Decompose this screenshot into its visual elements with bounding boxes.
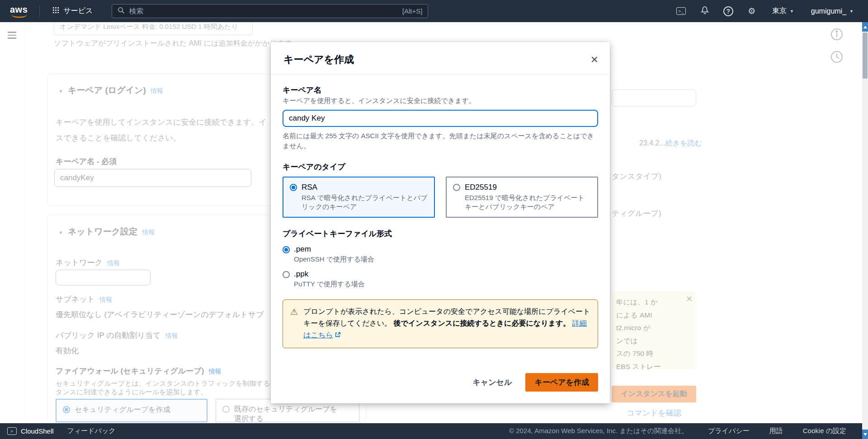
format-ppk-name: .ppk [294, 270, 308, 279]
key-type-rsa-name: RSA [302, 183, 428, 192]
keypair-name-label: キーペア名 [283, 85, 598, 95]
bell-icon [701, 6, 709, 16]
key-type-ed25519-description: ED25519 で暗号化されたプライベートキーとパブリックキーのペア [465, 193, 591, 212]
keypair-name-constraint: 名前には最大 255 文字の ASCII 文字を使用できます。先頭または末尾のス… [283, 131, 598, 151]
vertical-scrollbar[interactable] [862, 22, 868, 439]
key-type-ed25519-name: ED25519 [465, 183, 591, 192]
keypair-name-input[interactable] [283, 110, 598, 127]
cloudshell-label: CloudShell [21, 427, 54, 435]
create-keypair-modal: キーペアを作成 × キーペア名 キーペアを使用すると、インスタンスに安全に接続で… [271, 42, 610, 403]
cloudshell-icon: >_ [676, 7, 686, 15]
region-label: 東京 [772, 6, 787, 16]
key-type-tile-rsa[interactable]: RSA RSA で暗号化されたプライベートとパブリックのキーペア [283, 177, 435, 218]
format-pem-name: .pem [294, 245, 311, 254]
keypair-name-description: キーペアを使用すると、インスタンスに安全に接続できます。 [283, 97, 598, 105]
file-format-label: プライベートキーファイル形式 [283, 229, 598, 239]
create-keypair-button[interactable]: キーペアを作成 [525, 373, 598, 392]
privacy-link[interactable]: プライバシー [708, 427, 750, 435]
help-icon: ? [723, 6, 733, 16]
gear-icon: ⚙ [748, 6, 755, 16]
copyright-text: © 2024, Amazon Web Services, Inc. またはその関… [509, 427, 688, 435]
warning-text: プロンプトが表示されたら、コンピュータの安全でアクセス可能な場所にプライベートキ… [303, 306, 590, 341]
global-search[interactable]: [Alt+S] [112, 4, 428, 18]
radio-unselected-icon [453, 184, 460, 191]
warning-icon: ⚠ [290, 306, 298, 341]
format-option-ppk[interactable]: .ppk [283, 270, 598, 279]
cloudshell-icon: > [7, 427, 17, 435]
radio-selected-icon [290, 184, 297, 191]
top-navigation-bar: aws サービス [Alt+S] >_ [0, 0, 868, 22]
console-footer: > CloudShell フィードバック © 2024, Amazon Web … [0, 423, 868, 439]
feedback-link[interactable]: フィードバック [67, 427, 116, 435]
scroll-up-arrow[interactable] [862, 22, 868, 32]
account-label: gumigumi_ [811, 7, 846, 15]
topbar-divider [39, 5, 40, 17]
services-menu[interactable]: サービス [46, 0, 99, 22]
grid-icon [52, 7, 59, 15]
format-ppk-description: PuTTY で使用する場合 [294, 280, 598, 289]
cancel-button[interactable]: キャンセル [472, 377, 512, 388]
settings-button[interactable]: ⚙ [742, 0, 761, 22]
chevron-down-icon: ▼ [849, 9, 854, 14]
warning-text-bold: 後でインスタンスに接続するときに必要になります。 [394, 319, 571, 327]
key-type-tile-ed25519[interactable]: ED25519 ED25519 で暗号化されたプライベートキーとパブリックキーの… [446, 177, 598, 218]
search-shortcut-hint: [Alt+S] [402, 7, 423, 15]
search-icon [118, 7, 125, 16]
format-option-pem[interactable]: .pem [283, 245, 598, 254]
notifications-button[interactable] [695, 0, 714, 22]
format-pem-description: OpenSSH で使用する場合 [294, 255, 598, 264]
cookie-settings-link[interactable]: Cookie の設定 [803, 427, 846, 435]
terms-link[interactable]: 用語 [769, 427, 783, 435]
scrollbar-thumb[interactable] [863, 33, 868, 79]
cloudshell-footer-button[interactable]: > CloudShell [7, 427, 54, 435]
modal-title: キーペアを作成 [283, 53, 354, 66]
help-button[interactable]: ? [719, 0, 738, 22]
radio-selected-icon [283, 246, 290, 253]
key-type-rsa-description: RSA で暗号化されたプライベートとパブリックのキーペア [302, 193, 428, 212]
chevron-down-icon: ▼ [790, 9, 794, 14]
close-icon[interactable]: × [591, 53, 598, 66]
cloudshell-button[interactable]: >_ [672, 0, 691, 22]
region-selector[interactable]: 東京 ▼ [766, 0, 800, 22]
private-key-warning: ⚠ プロンプトが表示されたら、コンピュータの安全でアクセス可能な場所にプライベー… [283, 299, 598, 348]
aws-logo[interactable]: aws [10, 5, 28, 18]
key-type-label: キーペアのタイプ [283, 162, 598, 172]
services-label: サービス [63, 6, 93, 16]
scroll-down-arrow[interactable] [862, 430, 868, 439]
account-menu[interactable]: gumigumi_ ▼ [805, 0, 860, 22]
radio-unselected-icon [283, 271, 290, 278]
search-input[interactable] [129, 7, 398, 15]
